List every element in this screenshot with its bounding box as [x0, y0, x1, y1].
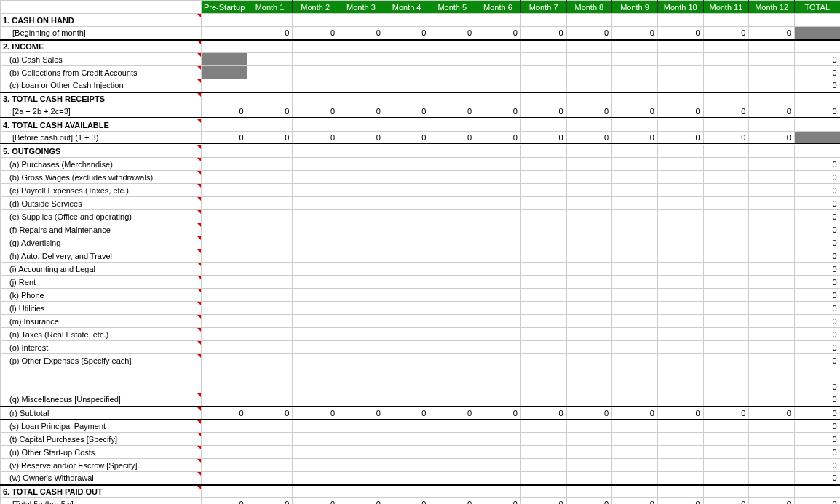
row-label[interactable]: [2a + 2b + 2c=3]	[1, 105, 202, 119]
cell[interactable]	[475, 459, 521, 472]
row-label[interactable]: 4. TOTAL CASH AVAILABLE	[1, 119, 202, 132]
cell[interactable]: 0	[657, 407, 703, 420]
cell[interactable]	[338, 53, 384, 66]
cell[interactable]	[338, 14, 384, 27]
cell[interactable]	[749, 302, 795, 315]
cell[interactable]	[520, 210, 566, 223]
cell[interactable]	[749, 380, 795, 393]
cell[interactable]	[749, 40, 795, 53]
cell[interactable]	[202, 433, 247, 446]
cell[interactable]	[384, 158, 429, 171]
cell[interactable]	[566, 354, 612, 367]
cell[interactable]: 0	[429, 407, 475, 420]
cell[interactable]	[749, 446, 795, 459]
cell[interactable]	[520, 66, 566, 79]
cell[interactable]	[202, 40, 247, 53]
cell[interactable]	[612, 158, 658, 171]
cell[interactable]	[657, 276, 703, 289]
cell[interactable]	[749, 354, 795, 367]
cell[interactable]: 0	[794, 249, 840, 263]
cell[interactable]	[566, 459, 612, 472]
row-label[interactable]: [Beginning of month]	[1, 27, 202, 40]
cell[interactable]	[520, 40, 566, 53]
cell[interactable]: 0	[520, 105, 566, 119]
cell[interactable]	[520, 263, 566, 276]
cell[interactable]	[657, 302, 703, 315]
cell[interactable]	[293, 446, 338, 459]
cell[interactable]: 0	[384, 498, 429, 505]
cell[interactable]	[703, 249, 749, 263]
cell[interactable]: 0	[703, 498, 749, 505]
cell[interactable]	[202, 66, 247, 79]
cell[interactable]	[429, 459, 475, 472]
cell[interactable]	[566, 446, 612, 459]
cell[interactable]	[384, 223, 429, 236]
cell[interactable]	[794, 40, 840, 53]
cell[interactable]	[657, 289, 703, 302]
cell[interactable]	[293, 341, 338, 354]
header-month-11[interactable]: Month 11	[703, 1, 749, 14]
cell[interactable]	[202, 197, 247, 210]
cell[interactable]	[429, 354, 475, 367]
cell[interactable]	[703, 367, 749, 380]
cell[interactable]: 0	[520, 132, 566, 145]
cell[interactable]	[429, 263, 475, 276]
cell[interactable]: 0	[794, 407, 840, 420]
cell[interactable]	[566, 171, 612, 184]
cell[interactable]: 0	[475, 27, 521, 40]
cell[interactable]	[293, 459, 338, 472]
cell[interactable]	[293, 184, 338, 197]
cell[interactable]	[247, 236, 293, 249]
cell[interactable]: 0	[384, 105, 429, 119]
cell[interactable]	[612, 14, 658, 27]
cell[interactable]	[384, 420, 429, 433]
cell[interactable]	[749, 66, 795, 79]
cell[interactable]: 0	[247, 407, 293, 420]
cell[interactable]: 0	[475, 105, 521, 119]
cell[interactable]	[247, 53, 293, 66]
cell[interactable]	[475, 289, 521, 302]
cell[interactable]	[429, 315, 475, 328]
cell[interactable]	[429, 223, 475, 236]
cell[interactable]	[338, 171, 384, 184]
cell[interactable]	[612, 433, 658, 446]
cell[interactable]: 0	[794, 459, 840, 472]
cell[interactable]: 0	[338, 407, 384, 420]
cell[interactable]: 0	[338, 105, 384, 119]
row-label[interactable]: 5. OUTGOINGS	[1, 145, 202, 158]
cell[interactable]	[202, 420, 247, 433]
cell[interactable]: 0	[338, 27, 384, 40]
cell[interactable]	[202, 393, 247, 407]
cell[interactable]	[475, 145, 521, 158]
cell[interactable]: 0	[612, 132, 658, 145]
cell[interactable]	[520, 171, 566, 184]
cell[interactable]	[520, 119, 566, 132]
cell[interactable]: 0	[794, 223, 840, 236]
cell[interactable]	[749, 263, 795, 276]
cashflow-table[interactable]: Pre-StartupMonth 1Month 2Month 3Month 4M…	[0, 0, 840, 504]
cell[interactable]	[657, 249, 703, 263]
cell[interactable]	[657, 485, 703, 498]
cell[interactable]	[429, 236, 475, 249]
cell[interactable]	[429, 145, 475, 158]
row-label[interactable]: [Total 5a thru 5w]	[1, 498, 202, 505]
cell[interactable]	[612, 380, 658, 393]
cell[interactable]	[475, 171, 521, 184]
cell[interactable]	[384, 380, 429, 393]
cell[interactable]	[794, 145, 840, 158]
cell[interactable]: 0	[794, 171, 840, 184]
cell[interactable]	[293, 328, 338, 341]
cell[interactable]	[703, 40, 749, 53]
cell[interactable]	[202, 249, 247, 263]
cell[interactable]	[429, 119, 475, 132]
cell[interactable]	[429, 66, 475, 79]
cell[interactable]	[338, 472, 384, 485]
cell[interactable]	[384, 145, 429, 158]
cell[interactable]	[202, 472, 247, 485]
cell[interactable]: 0	[794, 380, 840, 393]
cell[interactable]	[475, 53, 521, 66]
cell[interactable]	[703, 263, 749, 276]
row-label[interactable]: (b) Collections from Credit Accounts	[1, 66, 202, 79]
cell[interactable]	[520, 302, 566, 315]
cell[interactable]	[475, 367, 521, 380]
